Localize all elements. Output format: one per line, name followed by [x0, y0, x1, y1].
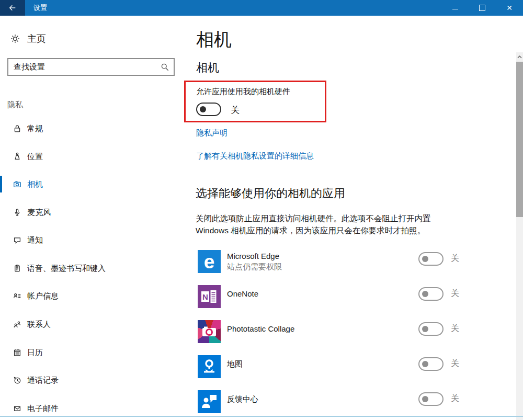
minimize-icon: [452, 9, 458, 9]
app-row-maps: 地图 关: [198, 355, 470, 387]
scrollbar-thumb[interactable]: [516, 62, 523, 217]
toggle-knob: [422, 256, 428, 262]
location-icon: [12, 151, 23, 162]
privacy-statement-link[interactable]: 隐私声明: [196, 128, 228, 138]
window-bottom-edge: [0, 416, 523, 417]
window-title: 设置: [33, 0, 47, 16]
search-input-value: 查找设置: [14, 59, 45, 75]
camera-master-toggle-state: 关: [231, 104, 240, 116]
feedback-hub-camera-toggle[interactable]: [418, 392, 444, 406]
phototastic-app-icon: [198, 320, 221, 343]
maps-toggle-state: 关: [451, 358, 459, 369]
sidebar-item-label: 日历: [27, 348, 43, 358]
window-controls: ✕: [441, 0, 523, 16]
app-row-phototastic-collage: Phototastic Collage 关: [198, 320, 470, 351]
maps-app-icon: [198, 355, 221, 378]
minimize-button[interactable]: [441, 0, 469, 16]
feedback-hub-toggle-state: 关: [451, 393, 459, 404]
sidebar-item-account-info[interactable]: 帐户信息: [0, 288, 180, 304]
notification-icon: [12, 234, 23, 246]
camera-setting-description: 关闭此选项防止应用直接访问相机硬件。此选项不会阻止打开内置 Windows 相机…: [196, 212, 461, 236]
app-name: Phototastic Collage: [227, 324, 294, 333]
sidebar-item-microphone[interactable]: 麦克风: [0, 205, 180, 220]
onenote-app-icon: N: [198, 285, 221, 308]
sidebar-item-speech-inking-typing[interactable]: 语音、墨迹书写和键入: [0, 260, 180, 276]
app-name: OneNote: [227, 289, 258, 298]
maximize-button[interactable]: [469, 0, 496, 16]
app-subtitle: 站点仍需要权限: [227, 262, 282, 272]
sidebar-item-label: 麦克风: [27, 208, 51, 218]
gear-icon: [9, 33, 21, 44]
sidebar-item-label: 通话记录: [27, 376, 59, 385]
sidebar-item-call-history[interactable]: 通话记录: [0, 372, 180, 388]
sidebar-section-privacy: 隐私: [7, 100, 23, 110]
email-icon: [12, 403, 23, 414]
toggle-knob: [422, 291, 428, 297]
sidebar-item-label: 位置: [27, 152, 43, 162]
sidebar-item-label: 电子邮件: [27, 404, 59, 414]
section-camera-header: 相机: [196, 60, 219, 76]
onenote-toggle-state: 关: [451, 288, 459, 299]
choose-apps-header: 选择能够使用你的相机的应用: [196, 186, 345, 201]
maximize-icon: [479, 5, 485, 11]
toggle-knob: [422, 396, 428, 402]
search-input[interactable]: 查找设置: [7, 58, 175, 76]
app-name: Microsoft Edge: [227, 252, 279, 260]
phototastic-toggle-state: 关: [451, 323, 459, 334]
sidebar-item-label: 常规: [27, 124, 43, 134]
toggle-knob: [422, 361, 428, 367]
vertical-scrollbar[interactable]: [516, 52, 523, 420]
learn-more-link[interactable]: 了解有关相机隐私设置的详细信息: [196, 151, 314, 161]
maps-camera-toggle[interactable]: [418, 357, 444, 371]
toggle-knob: [422, 326, 428, 332]
sidebar-item-label: 相机: [27, 179, 43, 189]
edge-camera-toggle[interactable]: [418, 252, 444, 266]
account-info-icon: [12, 290, 23, 302]
edge-toggle-state: 关: [451, 253, 459, 264]
svg-text:N: N: [202, 292, 208, 301]
app-name: 反馈中心: [227, 394, 258, 404]
page-title: 相机: [196, 28, 232, 52]
sidebar-item-home[interactable]: 主页: [9, 32, 46, 45]
microphone-icon: [12, 207, 23, 218]
sidebar-item-label: 语音、墨迹书写和键入: [27, 264, 106, 274]
app-name: 地图: [227, 359, 243, 369]
call-history-icon: [12, 374, 23, 386]
phototastic-camera-toggle[interactable]: [418, 322, 444, 336]
calendar-icon: [12, 347, 23, 358]
app-row-microsoft-edge: e Microsoft Edge 站点仍需要权限 关: [198, 250, 470, 281]
app-row-onenote: N OneNote 关: [198, 285, 470, 316]
sidebar-item-calendar[interactable]: 日历: [0, 345, 180, 360]
onenote-camera-toggle[interactable]: [418, 287, 444, 301]
sidebar-item-contacts[interactable]: 联系人: [0, 316, 180, 332]
sidebar-item-label: 联系人: [27, 320, 51, 330]
sidebar-item-label: 帐户信息: [27, 291, 59, 301]
back-arrow-icon: [8, 4, 17, 12]
search-icon[interactable]: [160, 62, 170, 72]
back-button[interactable]: [0, 0, 25, 16]
speech-inking-icon: [12, 263, 23, 274]
close-button[interactable]: ✕: [496, 0, 523, 16]
edge-app-icon: e: [198, 250, 221, 273]
contacts-icon: [12, 319, 23, 330]
sidebar-item-email[interactable]: 电子邮件: [0, 401, 180, 416]
sidebar-item-notifications[interactable]: 通知: [0, 232, 180, 248]
scrollbar-up-arrow-icon[interactable]: [516, 53, 523, 61]
lock-icon: [12, 123, 23, 134]
toggle-knob: [200, 106, 206, 112]
sidebar-item-label: 通知: [27, 235, 43, 245]
sidebar-item-general[interactable]: 常规: [0, 121, 180, 137]
sidebar-item-camera[interactable]: 相机: [0, 176, 180, 192]
close-icon: ✕: [506, 4, 513, 12]
sidebar-item-location[interactable]: 位置: [0, 149, 180, 164]
camera-icon: [12, 178, 23, 190]
home-label: 主页: [27, 32, 46, 45]
allow-camera-label: 允许应用使用我的相机硬件: [196, 87, 290, 97]
camera-master-toggle[interactable]: [196, 103, 221, 116]
titlebar: 设置 ✕: [0, 0, 523, 16]
feedback-hub-app-icon: [198, 390, 221, 413]
